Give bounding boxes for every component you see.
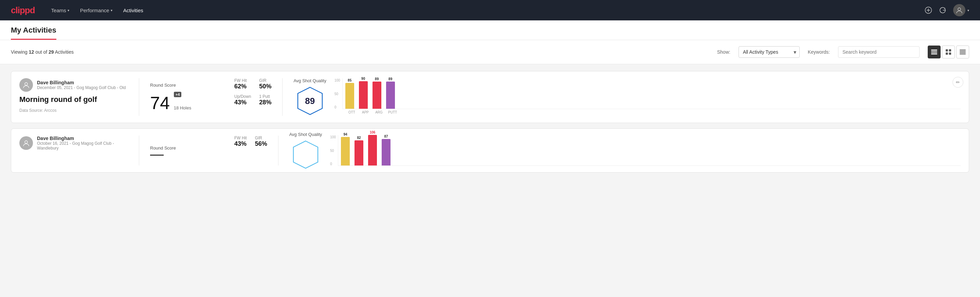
nav-performance-label: Performance: [80, 8, 109, 13]
card-divider-2: [282, 78, 283, 116]
stat-columns: FW Hit 62% Up/Down 43% GIR 50% 1 Putt 28…: [234, 78, 271, 116]
navigation: clippd Teams ▾ Performance ▾ Activities: [0, 0, 980, 21]
x-label-ott: OTT: [347, 110, 356, 114]
svg-rect-11: [959, 50, 966, 50]
svg-point-15: [25, 83, 27, 85]
fw-hit-stat-2: FW Hit 43%: [234, 136, 247, 147]
hexagon-container-2: [292, 140, 319, 169]
user-name: Dave Billingham: [37, 80, 126, 85]
activity-type-select[interactable]: All Activity Types Rounds Practices: [738, 46, 800, 58]
svg-rect-13: [959, 52, 966, 53]
x-label-arg: ARG: [375, 110, 383, 114]
nav-teams-label: Teams: [51, 8, 66, 13]
svg-rect-14: [959, 54, 966, 54]
nav-icons: ▾: [925, 4, 969, 16]
user-date: December 05, 2021 - Gog Magog Golf Club …: [37, 85, 126, 90]
x-labels: OTT APP ARG PUTT: [345, 109, 961, 115]
gir-stat: GIR 50%: [259, 78, 271, 90]
y-label-100: 100: [334, 78, 340, 82]
user-date-2: October 16, 2021 - Gog Magog Golf Club -…: [37, 141, 128, 150]
hexagon-container: 89: [296, 86, 324, 116]
refresh-button[interactable]: [939, 6, 947, 14]
svg-rect-7: [946, 49, 948, 52]
updown-stat: Up/Down 43%: [234, 94, 251, 106]
bar-chart: 100 50 0 85 90: [334, 78, 961, 115]
view-list-compact-button[interactable]: [956, 46, 969, 59]
user-row-2: Dave Billingham October 16, 2021 - Gog M…: [19, 136, 128, 150]
oneputt-stat: 1 Putt 28%: [259, 94, 271, 106]
stat-col-2: GIR 50% 1 Putt 28%: [259, 78, 271, 116]
nav-item-teams[interactable]: Teams ▾: [51, 6, 69, 14]
round-score: 74: [150, 94, 170, 112]
bar-group-app-2: 82: [355, 136, 363, 166]
data-source: Data Source: Arccos: [19, 108, 128, 113]
svg-point-3: [958, 8, 961, 11]
page-header: My Activities: [0, 21, 980, 40]
bar-chart-2: 100 50 0 94 82 10: [330, 135, 961, 166]
user-info-2: Dave Billingham October 16, 2021 - Gog M…: [37, 136, 128, 150]
bar-group-arg: 89: [372, 77, 381, 109]
bar-value-app: 90: [361, 77, 365, 81]
score-badge: +4: [174, 92, 182, 97]
gir-stat-2: GIR 56%: [255, 136, 267, 147]
card-left: Dave Billingham December 05, 2021 - Gog …: [19, 78, 128, 116]
nav-item-activities[interactable]: Activities: [123, 6, 143, 14]
avg-shot-quality-label-2: Avg Shot Quality: [289, 132, 322, 137]
bar-arg: [372, 81, 381, 109]
quality-section: Avg Shot Quality 89 100 50 0: [293, 78, 961, 116]
avatar: [953, 4, 966, 16]
avg-shot-quality-value: 89: [305, 96, 315, 106]
score-row: 74 +4 18 Holes: [150, 92, 218, 112]
svg-rect-12: [959, 51, 966, 52]
bar-putt: [386, 81, 395, 109]
card-stats-2: Round Score: [150, 136, 218, 166]
bar-ott: [345, 83, 354, 109]
avatar-2: [19, 136, 33, 150]
bar-group-ott: 85: [345, 78, 354, 109]
stat-cols-2: FW Hit 43% GIR 56%: [234, 136, 267, 166]
viewing-text: Viewing 12 out of 29 Activities: [11, 49, 712, 55]
quality-section-2: Avg Shot Quality 100 50 0: [289, 136, 961, 166]
nav-item-performance[interactable]: Performance ▾: [80, 6, 112, 14]
stat-col-3: FW Hit 43%: [234, 136, 247, 166]
activities-list: ✏ Dave Billingham December 05, 2021 - Go…: [0, 64, 980, 179]
svg-rect-5: [931, 52, 937, 53]
page-title: My Activities: [11, 26, 56, 40]
chevron-down-icon: ▾: [111, 8, 112, 12]
user-info: Dave Billingham December 05, 2021 - Gog …: [37, 80, 126, 90]
edit-button[interactable]: ✏: [953, 77, 963, 88]
bar-value-ott: 85: [348, 78, 352, 82]
bar-group-ott-2: 94: [341, 133, 350, 166]
add-button[interactable]: [925, 6, 932, 14]
card-left-2: Dave Billingham October 16, 2021 - Gog M…: [19, 136, 128, 166]
svg-rect-6: [931, 53, 937, 54]
fw-hit-stat: FW Hit 62%: [234, 78, 251, 90]
card-divider-3: [139, 136, 139, 166]
chevron-down-icon: ▾: [967, 8, 969, 12]
bar-group-putt-2: 87: [382, 134, 390, 166]
card-divider: [139, 78, 139, 116]
bar-group-putt: 89: [386, 77, 395, 109]
chevron-down-icon: ▾: [68, 8, 69, 12]
view-toggles: [928, 46, 969, 59]
logo: clippd: [11, 5, 35, 16]
activity-card-2: Dave Billingham October 16, 2021 - Gog M…: [11, 128, 969, 172]
activity-type-select-wrapper[interactable]: All Activity Types Rounds Practices: [738, 46, 800, 58]
svg-rect-4: [931, 50, 937, 51]
y-label-0: 0: [334, 105, 340, 109]
svg-rect-8: [949, 49, 951, 52]
viewing-label: Activities: [55, 49, 74, 55]
view-list-detailed-button[interactable]: [928, 46, 940, 59]
user-menu[interactable]: ▾: [953, 4, 969, 16]
search-input[interactable]: [838, 46, 920, 58]
avg-shot-quality-label: Avg Shot Quality: [293, 78, 326, 83]
view-grid-button[interactable]: [942, 46, 955, 59]
round-score-label: Round Score: [150, 83, 218, 88]
viewing-count: 12: [29, 49, 34, 55]
bar-group-app: 90: [359, 77, 368, 109]
nav-activities-label: Activities: [123, 8, 143, 13]
stat-col-4: GIR 56%: [255, 136, 267, 166]
bar-value-arg: 89: [375, 77, 379, 81]
svg-rect-9: [946, 53, 948, 55]
activity-title: Morning round of golf: [19, 95, 128, 104]
